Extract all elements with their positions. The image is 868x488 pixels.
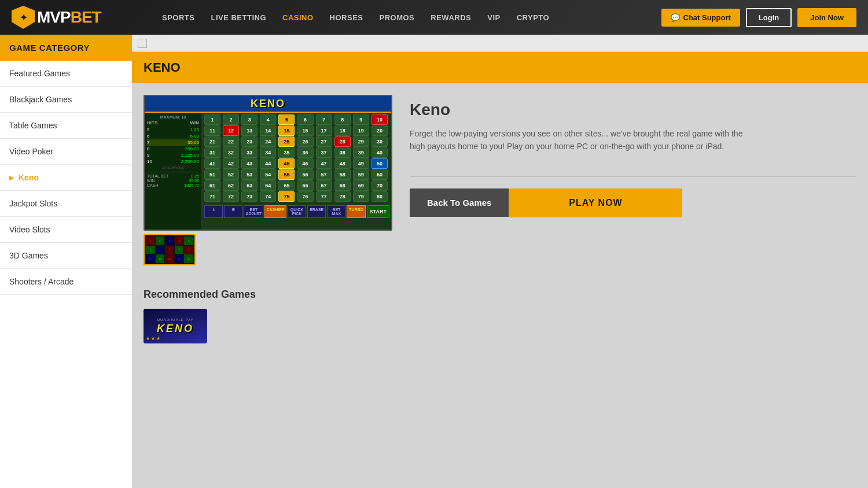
keno-number[interactable]: 6 bbox=[297, 114, 314, 125]
keno-number[interactable]: 80 bbox=[372, 191, 388, 202]
keno-number[interactable]: 25 bbox=[278, 136, 295, 147]
keno-number[interactable]: 31 bbox=[204, 147, 220, 158]
keno-cashier-btn[interactable]: CASHIER bbox=[264, 205, 286, 218]
keno-number[interactable]: 57 bbox=[316, 169, 332, 180]
keno-number[interactable]: 26 bbox=[297, 136, 314, 147]
keno-number[interactable]: 67 bbox=[316, 180, 332, 191]
keno-number[interactable]: 77 bbox=[316, 191, 332, 202]
keno-number[interactable]: 33 bbox=[241, 147, 258, 158]
keno-number[interactable]: 62 bbox=[223, 180, 239, 191]
sidebar-item-featured[interactable]: Featured Games bbox=[0, 61, 132, 87]
keno-number[interactable]: 1 bbox=[204, 114, 220, 125]
sidebar-item-video-slots[interactable]: Video Slots bbox=[0, 217, 132, 243]
keno-number[interactable]: 21 bbox=[204, 136, 220, 147]
keno-number[interactable]: 44 bbox=[260, 158, 276, 169]
keno-number[interactable]: 64 bbox=[260, 180, 276, 191]
keno-number[interactable]: 70 bbox=[372, 180, 388, 191]
nav-promos[interactable]: PROMOS bbox=[380, 13, 415, 22]
keno-number[interactable]: 30 bbox=[372, 136, 388, 147]
keno-number[interactable]: 39 bbox=[353, 147, 369, 158]
keno-number[interactable]: 3 bbox=[241, 114, 258, 125]
keno-number[interactable]: 49 bbox=[353, 158, 369, 169]
keno-number[interactable]: 45 bbox=[278, 158, 295, 169]
keno-number[interactable]: 7 bbox=[316, 114, 332, 125]
keno-number[interactable]: 68 bbox=[334, 180, 351, 191]
keno-number[interactable]: 19 bbox=[353, 125, 369, 136]
sidebar-item-table[interactable]: Table Games bbox=[0, 113, 132, 139]
keno-number[interactable]: 28 bbox=[334, 136, 351, 147]
keno-number[interactable]: 17 bbox=[316, 125, 332, 136]
keno-thumbnail[interactable]: 1 2 3 4 5 6 7 8 9 10 11 12 13 bbox=[144, 234, 196, 265]
keno-number[interactable]: 2 bbox=[223, 114, 239, 125]
keno-number[interactable]: 8 bbox=[334, 114, 351, 125]
sidebar-item-jackpot[interactable]: Jackpot Slots bbox=[0, 191, 132, 217]
keno-number[interactable]: 46 bbox=[297, 158, 314, 169]
play-now-button[interactable]: PLAY NOW bbox=[509, 188, 682, 217]
keno-start-btn[interactable]: START bbox=[367, 205, 389, 218]
nav-crypto[interactable]: CRYPTO bbox=[517, 13, 549, 22]
keno-number[interactable]: 5 bbox=[278, 114, 295, 125]
keno-number[interactable]: 75 bbox=[278, 191, 295, 202]
keno-number[interactable]: 35 bbox=[278, 147, 295, 158]
keno-number[interactable]: 79 bbox=[353, 191, 369, 202]
sidebar-item-shooters[interactable]: Shooters / Arcade bbox=[0, 269, 132, 295]
keno-number[interactable]: 63 bbox=[241, 180, 258, 191]
keno-number[interactable]: 78 bbox=[334, 191, 351, 202]
keno-number[interactable]: 50 bbox=[372, 158, 388, 169]
keno-erase-btn[interactable]: ERASE bbox=[307, 205, 326, 218]
keno-number[interactable]: 65 bbox=[278, 180, 295, 191]
nav-sports[interactable]: SPORTS bbox=[162, 13, 194, 22]
keno-number[interactable]: 29 bbox=[353, 136, 369, 147]
keno-number[interactable]: 32 bbox=[223, 147, 239, 158]
recommended-card-quadruple-keno[interactable]: QUADRUPLE PAY KENO ★ ★ ★ bbox=[144, 309, 207, 343]
keno-number[interactable]: 59 bbox=[353, 169, 369, 180]
keno-number[interactable]: 13 bbox=[241, 125, 258, 136]
sidebar-item-blackjack[interactable]: Blackjack Games bbox=[0, 87, 132, 113]
keno-number[interactable]: 76 bbox=[297, 191, 314, 202]
keno-number[interactable]: 56 bbox=[297, 169, 314, 180]
keno-number[interactable]: 74 bbox=[260, 191, 276, 202]
keno-number[interactable]: 41 bbox=[204, 158, 220, 169]
keno-number[interactable]: 14 bbox=[260, 125, 276, 136]
nav-rewards[interactable]: REWARDS bbox=[431, 13, 471, 22]
keno-number[interactable]: 69 bbox=[353, 180, 369, 191]
keno-number[interactable]: 58 bbox=[334, 169, 351, 180]
keno-number[interactable]: 72 bbox=[223, 191, 239, 202]
keno-number[interactable]: 27 bbox=[316, 136, 332, 147]
keno-settings-btn[interactable]: ⚙ bbox=[224, 205, 242, 218]
sidebar-item-3d[interactable]: 3D Games bbox=[0, 243, 132, 269]
login-button[interactable]: Login bbox=[746, 8, 792, 27]
back-to-games-button[interactable]: Back To Games bbox=[410, 188, 509, 217]
keno-number[interactable]: 42 bbox=[223, 158, 239, 169]
keno-number[interactable]: 22 bbox=[223, 136, 239, 147]
keno-number[interactable]: 55 bbox=[278, 169, 295, 180]
keno-number[interactable]: 52 bbox=[223, 169, 239, 180]
keno-number[interactable]: 73 bbox=[241, 191, 258, 202]
keno-number[interactable]: 15 bbox=[278, 125, 295, 136]
join-now-button[interactable]: Join Now bbox=[797, 8, 856, 27]
keno-number[interactable]: 4 bbox=[260, 114, 276, 125]
keno-number[interactable]: 54 bbox=[260, 169, 276, 180]
keno-number[interactable]: 18 bbox=[334, 125, 351, 136]
keno-number[interactable]: 12 bbox=[223, 125, 239, 136]
keno-number[interactable]: 61 bbox=[204, 180, 220, 191]
keno-number[interactable]: 48 bbox=[334, 158, 351, 169]
keno-quick-pick-btn[interactable]: QUICKPICK bbox=[288, 205, 306, 218]
keno-number[interactable]: 60 bbox=[372, 169, 388, 180]
keno-number[interactable]: 9 bbox=[353, 114, 369, 125]
sidebar-item-keno[interactable]: Keno bbox=[0, 165, 132, 191]
nav-horses[interactable]: HORSES bbox=[330, 13, 363, 22]
keno-number[interactable]: 34 bbox=[260, 147, 276, 158]
keno-number[interactable]: 11 bbox=[204, 125, 220, 136]
keno-number[interactable]: 37 bbox=[316, 147, 332, 158]
keno-number[interactable]: 20 bbox=[372, 125, 388, 136]
keno-number[interactable]: 47 bbox=[316, 158, 332, 169]
keno-number[interactable]: 51 bbox=[204, 169, 220, 180]
keno-number[interactable]: 66 bbox=[297, 180, 314, 191]
keno-info-btn[interactable]: ℹ bbox=[204, 205, 223, 218]
keno-number[interactable]: 36 bbox=[297, 147, 314, 158]
keno-number[interactable]: 53 bbox=[241, 169, 258, 180]
keno-number[interactable]: 40 bbox=[372, 147, 388, 158]
keno-number[interactable]: 38 bbox=[334, 147, 351, 158]
chat-support-button[interactable]: 💬 Chat Support bbox=[661, 9, 740, 27]
